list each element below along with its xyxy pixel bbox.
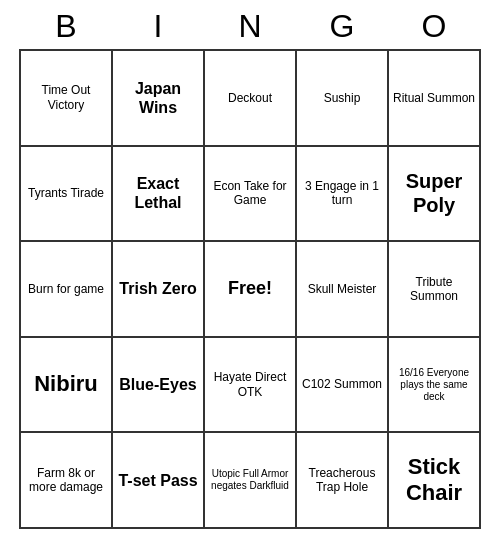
bingo-cell-1: Japan Wins [112, 50, 204, 146]
bingo-cell-12: Free! [204, 241, 296, 337]
bingo-cell-16: Blue-Eyes [112, 337, 204, 433]
bingo-cell-9: Super Poly [388, 146, 480, 242]
header-b: B [24, 8, 108, 45]
bingo-cell-18: C102 Summon [296, 337, 388, 433]
header-i: I [116, 8, 200, 45]
bingo-cell-5: Tyrants Tirade [20, 146, 112, 242]
bingo-grid: Time Out VictoryJapan WinsDeckoutSushipR… [19, 49, 481, 529]
bingo-cell-21: T-set Pass [112, 432, 204, 528]
bingo-cell-11: Trish Zero [112, 241, 204, 337]
bingo-cell-8: 3 Engage in 1 turn [296, 146, 388, 242]
bingo-cell-2: Deckout [204, 50, 296, 146]
bingo-cell-7: Econ Take for Game [204, 146, 296, 242]
bingo-cell-6: Exact Lethal [112, 146, 204, 242]
bingo-cell-13: Skull Meister [296, 241, 388, 337]
bingo-cell-14: Tribute Summon [388, 241, 480, 337]
header-n: N [208, 8, 292, 45]
header-o: O [392, 8, 476, 45]
bingo-cell-4: Ritual Summon [388, 50, 480, 146]
bingo-cell-15: Nibiru [20, 337, 112, 433]
bingo-cell-23: Treacherous Trap Hole [296, 432, 388, 528]
header-g: G [300, 8, 384, 45]
bingo-cell-22: Utopic Full Armor negates Darkfluid [204, 432, 296, 528]
bingo-cell-0: Time Out Victory [20, 50, 112, 146]
bingo-cell-24: Stick Chair [388, 432, 480, 528]
bingo-cell-20: Farm 8k or more damage [20, 432, 112, 528]
bingo-cell-3: Suship [296, 50, 388, 146]
bingo-header: B I N G O [20, 0, 480, 49]
bingo-cell-17: Hayate Direct OTK [204, 337, 296, 433]
bingo-cell-10: Burn for game [20, 241, 112, 337]
bingo-cell-19: 16/16 Everyone plays the same deck [388, 337, 480, 433]
